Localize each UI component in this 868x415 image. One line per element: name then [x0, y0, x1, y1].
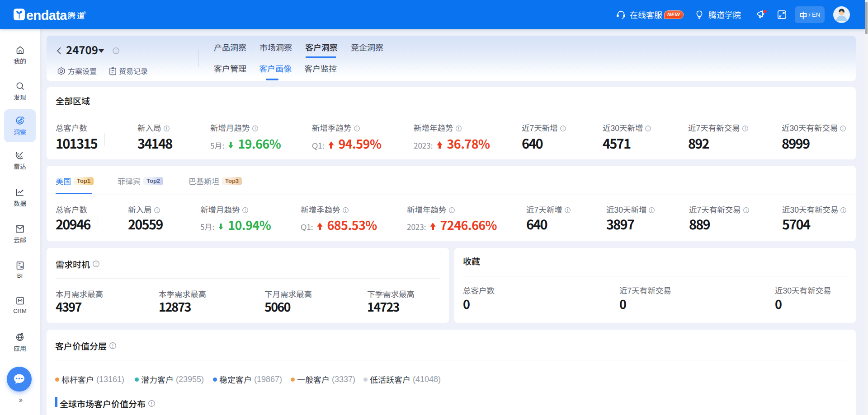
svg-text:BI: BI [19, 266, 23, 269]
